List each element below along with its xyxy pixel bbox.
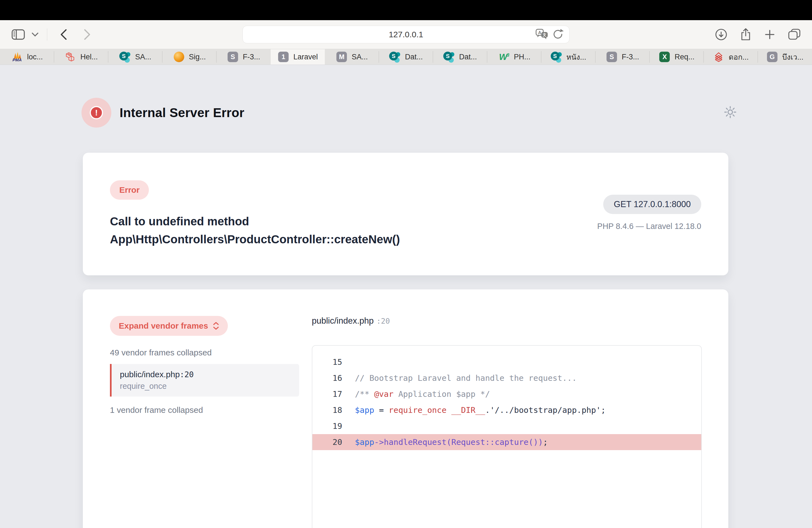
- sidebar-icon[interactable]: [12, 29, 25, 40]
- line-number: 17: [321, 390, 342, 399]
- sharepoint-icon: S: [389, 51, 401, 63]
- tab-label: SA...: [352, 53, 368, 61]
- browser-tab-13[interactable]: XReq...: [650, 49, 704, 64]
- browser-tab-3[interactable]: SSA...: [108, 49, 162, 64]
- tab-label: PH...: [514, 53, 530, 61]
- tab-label: loc...: [27, 53, 43, 61]
- w3schools-icon: W3: [498, 51, 510, 63]
- code-line: 16// Bootstrap Laravel and handle the re…: [313, 370, 701, 386]
- line-number: 16: [321, 373, 342, 383]
- browser-tab-4[interactable]: Sig...: [162, 49, 217, 64]
- expand-vendor-frames-label: Expand vendor frames: [119, 321, 208, 331]
- red-chevrons-icon: [713, 51, 724, 63]
- share-icon[interactable]: [740, 28, 752, 41]
- browser-tab-5[interactable]: SF-3...: [217, 49, 271, 64]
- orange-sphere-icon: [173, 51, 185, 63]
- letter-m-badge-icon: M: [336, 51, 347, 63]
- download-icon[interactable]: [715, 28, 727, 41]
- code-line: 17/** @var Application $app */: [313, 386, 701, 402]
- sharepoint-icon: S: [443, 51, 455, 63]
- phpmyadmin-icon: PMA: [11, 51, 23, 63]
- frame-file-label: public/index.php:20: [120, 370, 291, 379]
- code-file-header: public/index.php:20: [312, 316, 702, 326]
- version-info: PHP 8.4.6 — Laravel 12.18.0: [597, 222, 701, 231]
- svg-text:文: 文: [542, 33, 547, 37]
- forward-icon[interactable]: [83, 28, 91, 41]
- letter-s-badge-icon: S: [227, 51, 238, 63]
- tab-label: ดอก...: [729, 51, 749, 63]
- browser-tab-6[interactable]: 1Laravel: [271, 49, 325, 64]
- tab-overview-icon[interactable]: [788, 28, 801, 41]
- code-text: $app = require_once __DIR__.'/../bootstr…: [355, 406, 606, 415]
- code-snippet: 1516// Bootstrap Laravel and handle the …: [312, 345, 702, 528]
- letter-s-badge-icon: S: [606, 51, 618, 63]
- stack-trace-card: Expand vendor frames 49 vendor frames co…: [83, 289, 728, 528]
- chevron-down-icon[interactable]: [31, 32, 39, 37]
- browser-tab-9[interactable]: SDat...: [433, 49, 487, 64]
- letter-g-badge-icon: G: [766, 51, 778, 63]
- tab-label: Req...: [675, 53, 694, 61]
- stack-frame-item[interactable]: public/index.php:20 require_once: [110, 364, 299, 397]
- line-number: 19: [321, 421, 342, 431]
- code-text: $app->handleRequest(Request::capture());: [355, 437, 548, 447]
- tab-label: Sig...: [189, 53, 206, 61]
- expand-vendor-frames-button[interactable]: Expand vendor frames: [110, 316, 228, 336]
- browser-tab-8[interactable]: SDat...: [379, 49, 433, 64]
- number-1-badge-icon: 1: [278, 51, 289, 63]
- translate-icon[interactable]: A 文: [536, 28, 548, 41]
- browser-tab-14[interactable]: ดอก...: [704, 49, 758, 64]
- line-number: 15: [321, 357, 342, 367]
- tab-label: Hel...: [81, 53, 98, 61]
- code-column: public/index.php:20 1516// Bootstrap Lar…: [312, 316, 702, 528]
- sharepoint-icon: S: [551, 51, 562, 63]
- sharepoint-icon: S: [119, 51, 131, 63]
- frames-column: Expand vendor frames 49 vendor frames co…: [110, 316, 303, 415]
- tab-label: Laravel: [293, 53, 318, 61]
- chevron-up-down-icon: [213, 322, 219, 330]
- collapsed-frames-above-note: 49 vendor frames collapsed: [110, 348, 303, 357]
- tab-bar: PMAloc... Hel...SSA...Sig...SF-3...1Lara…: [0, 49, 812, 65]
- frame-caller-label: require_once: [120, 382, 291, 391]
- svg-text:A: A: [538, 30, 541, 35]
- browser-tab-1[interactable]: PMAloc...: [0, 49, 54, 64]
- menu-bar-black-strip: [0, 0, 812, 20]
- line-number: 18: [321, 406, 342, 415]
- browser-tab-2[interactable]: Hel...: [54, 49, 108, 64]
- error-type-badge: Error: [110, 180, 149, 200]
- page-title: Internal Server Error: [120, 105, 244, 120]
- collapsed-frames-below-note: 1 vendor frame collapsed: [110, 406, 303, 415]
- error-status-icon: !: [82, 98, 111, 128]
- error-summary-card: Error Call to undefined method App\Http\…: [83, 153, 728, 275]
- browser-toolbar: 127.0.0.1 A 文: [0, 20, 812, 49]
- address-bar[interactable]: 127.0.0.1 A 文: [243, 26, 569, 43]
- tab-label: Dat...: [405, 53, 423, 61]
- request-method-pill: GET 127.0.0.1:8000: [603, 195, 701, 214]
- tab-label: บึงเว...: [782, 51, 803, 63]
- reload-icon[interactable]: [553, 28, 564, 41]
- code-line: 18$app = require_once __DIR__.'/../boots…: [313, 402, 701, 418]
- excel-icon: X: [659, 51, 670, 63]
- tab-label: F-3...: [243, 53, 260, 61]
- tab-label: F-3...: [622, 53, 639, 61]
- page-header: ! Internal Server Error: [82, 98, 812, 128]
- browser-tab-7[interactable]: MSA...: [325, 49, 379, 64]
- line-number: 20: [321, 437, 342, 447]
- code-line-highlighted: 20$app->handleRequest(Request::capture()…: [313, 434, 701, 450]
- tab-label: SA...: [135, 53, 151, 61]
- code-text: /** @var Application $app */: [355, 390, 490, 399]
- theme-toggle-sun-icon[interactable]: [724, 105, 737, 120]
- laravel-icon: [64, 51, 76, 63]
- code-line: 15: [313, 354, 701, 370]
- url-text: 127.0.0.1: [389, 30, 423, 39]
- back-icon[interactable]: [59, 28, 68, 41]
- code-line: 19: [313, 418, 701, 434]
- error-message: Call to undefined method App\Http\Contro…: [110, 212, 477, 248]
- browser-tab-15[interactable]: Gบึงเว...: [758, 49, 812, 64]
- code-text: // Bootstrap Laravel and handle the requ…: [355, 373, 577, 383]
- tab-label: Dat...: [459, 53, 477, 61]
- tab-label: หนัง...: [566, 51, 586, 63]
- browser-tab-10[interactable]: W3PH...: [487, 49, 541, 64]
- browser-tab-12[interactable]: SF-3...: [595, 49, 650, 64]
- browser-tab-11[interactable]: Sหนัง...: [541, 49, 595, 64]
- new-tab-icon[interactable]: [764, 29, 775, 40]
